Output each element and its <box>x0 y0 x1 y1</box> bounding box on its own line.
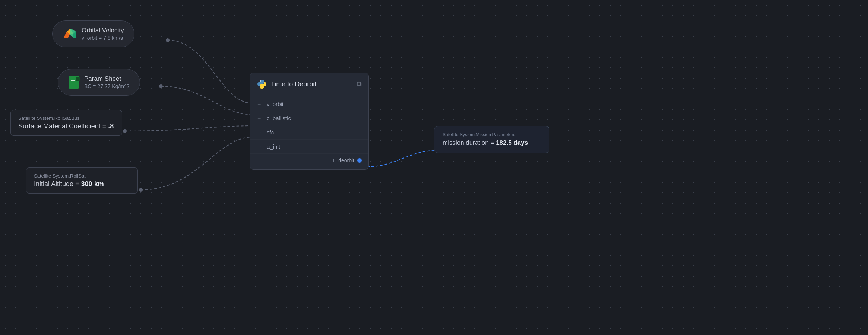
orbital-velocity-node: Orbital Velocity v_orbit = 7.8 km/s <box>52 20 134 47</box>
svg-point-3 <box>139 188 143 192</box>
python-node-header: Time to Deorbit ⧉ <box>250 73 368 95</box>
port-arrow-3: → <box>257 130 262 135</box>
port-label-1: v_orbit <box>267 101 283 107</box>
surface-material-value: Surface Material Coefficient = .8 <box>18 122 114 130</box>
mission-params-value: mission duration = 182.5 days <box>443 139 541 147</box>
port-output-row: T_deorbit <box>250 154 368 167</box>
surface-material-node: Satellite System.RollSat.Bus Surface Mat… <box>10 110 122 136</box>
param-sheet-title: Param Sheet <box>84 75 129 83</box>
port-arrow-2: → <box>257 115 262 121</box>
port-arrow-4: → <box>257 144 262 149</box>
svg-point-12 <box>263 87 263 87</box>
sheets-icon <box>69 76 79 89</box>
port-a-init: → a_init <box>250 140 368 154</box>
port-sfc: → sfc <box>250 125 368 140</box>
svg-rect-10 <box>71 83 75 83</box>
initial-altitude-node: Satellite System.RollSat Initial Altitud… <box>26 168 138 194</box>
svg-rect-8 <box>71 80 75 81</box>
port-label-3: sfc <box>267 129 274 135</box>
svg-point-11 <box>260 80 261 81</box>
external-link-icon[interactable]: ⧉ <box>357 80 362 88</box>
port-output-dot <box>357 158 362 163</box>
port-label-4: a_init <box>267 143 280 150</box>
surface-material-label-small: Satellite System.RollSat.Bus <box>18 115 114 121</box>
orbital-velocity-value: v_orbit = 7.8 km/s <box>82 35 124 41</box>
matlab-icon <box>63 27 76 41</box>
orbital-velocity-title: Orbital Velocity <box>82 27 124 34</box>
python-icon <box>257 79 267 89</box>
port-c-ballistic: → c_ballistic <box>250 111 368 125</box>
svg-point-0 <box>166 38 170 42</box>
initial-altitude-value: Initial Altitude = 300 km <box>34 180 130 188</box>
python-node-title-row: Time to Deorbit <box>257 79 316 89</box>
port-output-label: T_deorbit <box>332 157 354 163</box>
svg-point-1 <box>159 84 163 88</box>
python-node-title: Time to Deorbit <box>271 80 316 88</box>
port-v-orbit: → v_orbit <box>250 97 368 111</box>
initial-altitude-label-small: Satellite System.RollSat <box>34 173 130 179</box>
svg-point-2 <box>123 129 127 133</box>
mission-params-label-small: Satellite System.Mission Parameters <box>443 132 541 137</box>
port-arrow-1: → <box>257 101 262 107</box>
python-node-ports: → v_orbit → c_ballistic → sfc → a_init T… <box>250 95 368 169</box>
time-to-deorbit-node: Time to Deorbit ⧉ → v_orbit → c_ballisti… <box>250 73 369 170</box>
param-sheet-value: BC = 27.27 Kg/m^2 <box>84 83 129 89</box>
svg-rect-9 <box>71 82 75 82</box>
port-label-2: c_ballistic <box>267 115 291 121</box>
mission-params-node: Satellite System.Mission Parameters miss… <box>434 126 549 153</box>
param-sheet-node: Param Sheet BC = 27.27 Kg/m^2 <box>58 69 140 96</box>
